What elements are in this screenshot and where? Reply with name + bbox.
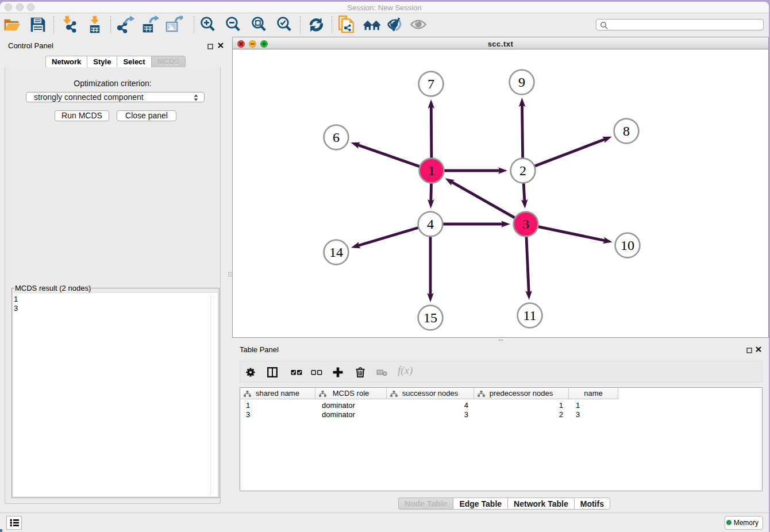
svg-text:3: 3 <box>522 217 529 232</box>
svg-text:11: 11 <box>523 308 536 323</box>
svg-text:4: 4 <box>427 217 434 232</box>
svg-text:9: 9 <box>518 75 525 90</box>
svg-text:6: 6 <box>333 130 340 145</box>
svg-text:2: 2 <box>519 163 526 178</box>
svg-text:7: 7 <box>428 76 434 91</box>
svg-text:10: 10 <box>621 238 634 253</box>
svg-text:15: 15 <box>424 310 437 325</box>
svg-text:14: 14 <box>329 245 343 260</box>
svg-text:8: 8 <box>623 124 630 138</box>
svg-text:1: 1 <box>428 163 435 178</box>
